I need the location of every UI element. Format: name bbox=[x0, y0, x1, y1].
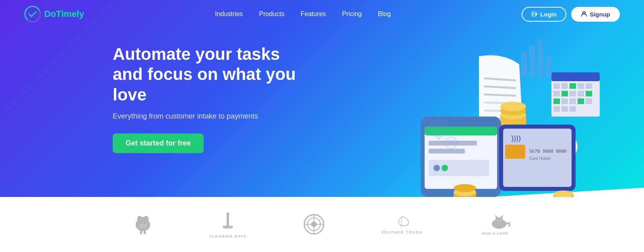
svg-line-96 bbox=[401, 217, 402, 227]
svg-rect-89 bbox=[223, 226, 233, 227]
hero-content: Automate your tasks and focus on what yo… bbox=[113, 44, 314, 153]
svg-text:5678  9000  0000: 5678 9000 0000 bbox=[529, 149, 567, 154]
svg-rect-86 bbox=[140, 230, 142, 234]
logo-circular bbox=[303, 213, 325, 236]
svg-point-51 bbox=[433, 165, 440, 171]
svg-rect-32 bbox=[553, 98, 560, 104]
svg-rect-7 bbox=[545, 56, 551, 76]
circular-icon bbox=[303, 213, 325, 236]
nav-pricing[interactable]: Pricing bbox=[342, 10, 362, 18]
svg-rect-69 bbox=[437, 117, 440, 121]
feather-icon bbox=[388, 215, 416, 229]
svg-rect-76 bbox=[450, 148, 452, 151]
svg-rect-35 bbox=[578, 98, 584, 104]
svg-rect-78 bbox=[443, 141, 446, 144]
hero-illustration: 5678 9000 0000 Card Holder )))) bbox=[362, 24, 612, 197]
cta-button[interactable]: Get started for free bbox=[113, 133, 204, 153]
svg-rect-71 bbox=[446, 127, 450, 130]
svg-rect-36 bbox=[586, 98, 592, 104]
svg-rect-25 bbox=[578, 83, 584, 89]
svg-rect-39 bbox=[570, 106, 576, 112]
svg-rect-26 bbox=[586, 83, 592, 89]
svg-rect-28 bbox=[561, 91, 568, 96]
logo-bulldog bbox=[133, 213, 153, 236]
page-wrapper: DoTimely Industries Products Features Pr… bbox=[0, 0, 644, 252]
svg-point-85 bbox=[144, 222, 145, 224]
svg-rect-77 bbox=[456, 141, 459, 144]
login-icon bbox=[531, 11, 538, 17]
svg-rect-70 bbox=[437, 136, 440, 140]
header: DoTimely Industries Products Features Pr… bbox=[0, 0, 644, 28]
nav-buttons: Login Signup bbox=[522, 7, 620, 22]
svg-rect-49 bbox=[429, 149, 465, 154]
svg-point-102 bbox=[500, 220, 502, 221]
svg-rect-30 bbox=[578, 91, 584, 96]
hero-svg: 5678 9000 0000 Card Holder )))) bbox=[362, 24, 612, 197]
svg-point-83 bbox=[139, 222, 147, 229]
svg-text:Card Holder: Card Holder bbox=[529, 156, 551, 161]
logo-feather-touch: FEATHER TOUCH bbox=[382, 215, 423, 234]
svg-rect-23 bbox=[561, 83, 568, 89]
svg-rect-34 bbox=[570, 98, 576, 104]
svg-rect-38 bbox=[561, 106, 568, 112]
svg-rect-33 bbox=[561, 98, 568, 104]
svg-rect-90 bbox=[223, 227, 232, 229]
cat-icon bbox=[479, 214, 511, 230]
feather-touch-text: FEATHER TOUCH bbox=[382, 230, 423, 234]
svg-rect-6 bbox=[537, 40, 543, 76]
svg-rect-24 bbox=[570, 83, 576, 89]
bulldog-icon bbox=[133, 213, 153, 236]
logo-icon bbox=[24, 6, 41, 23]
cleaning-icon bbox=[218, 211, 238, 233]
nav-features[interactable]: Features bbox=[301, 10, 326, 18]
logo-cleaning-days: CLEANING DAYS bbox=[209, 211, 247, 238]
svg-rect-31 bbox=[586, 91, 592, 96]
svg-point-98 bbox=[495, 217, 503, 225]
nav-products[interactable]: Products bbox=[259, 10, 285, 18]
svg-rect-27 bbox=[553, 91, 560, 96]
hero-title: Automate your tasks and focus on what yo… bbox=[113, 44, 314, 105]
svg-rect-75 bbox=[450, 135, 452, 138]
svg-rect-21 bbox=[551, 72, 600, 81]
logo-hug-a-love: HUG A LOVE bbox=[479, 214, 511, 236]
svg-point-81 bbox=[137, 216, 142, 222]
login-button[interactable]: Login bbox=[522, 7, 566, 22]
hug-a-love-text: HUG A LOVE bbox=[482, 232, 508, 236]
main-nav: Industries Products Features Pricing Blo… bbox=[215, 10, 391, 18]
signup-icon bbox=[581, 11, 587, 17]
svg-rect-88 bbox=[227, 213, 229, 227]
svg-rect-5 bbox=[529, 46, 535, 76]
svg-point-84 bbox=[140, 222, 142, 224]
svg-rect-72 bbox=[427, 127, 431, 130]
nav-industries[interactable]: Industries bbox=[215, 10, 243, 18]
svg-point-66 bbox=[553, 191, 574, 197]
logos-bar: CLEANING DAYS FEATHER TOUCH bbox=[0, 197, 644, 252]
svg-rect-56 bbox=[505, 145, 525, 159]
brand-name: DoTimely bbox=[44, 9, 84, 19]
svg-rect-37 bbox=[553, 106, 560, 112]
svg-rect-29 bbox=[570, 91, 576, 96]
svg-point-19 bbox=[500, 102, 526, 111]
signup-button[interactable]: Signup bbox=[571, 7, 620, 22]
hero-subtitle: Everything from customer intake to payme… bbox=[113, 112, 314, 121]
svg-rect-87 bbox=[144, 230, 146, 234]
nav-blog[interactable]: Blog bbox=[378, 10, 391, 18]
svg-point-63 bbox=[454, 184, 476, 192]
svg-rect-4 bbox=[521, 52, 527, 76]
cleaning-days-text: CLEANING DAYS bbox=[209, 234, 247, 238]
svg-line-11 bbox=[485, 94, 515, 96]
svg-point-101 bbox=[497, 220, 498, 221]
svg-text:)))): )))) bbox=[511, 134, 521, 142]
svg-rect-22 bbox=[553, 83, 560, 89]
logo-area[interactable]: DoTimely bbox=[24, 6, 84, 23]
svg-point-52 bbox=[442, 165, 448, 171]
svg-point-82 bbox=[144, 216, 149, 222]
